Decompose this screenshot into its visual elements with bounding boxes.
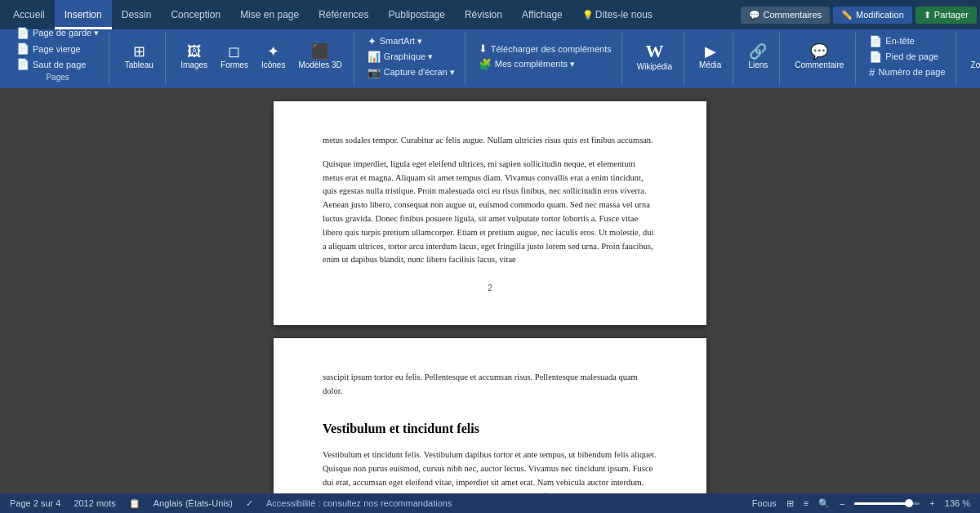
tab-publipostage[interactable]: Publipostage [379, 0, 455, 29]
wikipedia-icon: W [645, 42, 663, 60]
telecharger-complements-button[interactable]: ⬇ Télécharger des compléments [475, 42, 615, 56]
commentaire-button[interactable]: 💬 Commentaire [790, 41, 849, 73]
group-pages: 📄 Page de garde ▾ 📄 Page vierge 📄 Saut d… [7, 33, 109, 85]
view-web-icon[interactable]: 🔍 [818, 498, 830, 509]
status-bar-left: Page 2 sur 4 2012 mots 📋 Anglais (États-… [10, 498, 452, 509]
wikipedia-button[interactable]: W Wikipédia [632, 39, 677, 74]
page-vierge-icon: 📄 [16, 42, 29, 55]
numero-page-button[interactable]: # Numéro de page [866, 65, 948, 79]
language-icon: 📋 [129, 498, 140, 509]
group-pages-label: Pages [46, 73, 69, 82]
images-button[interactable]: 🖼 Images [176, 41, 212, 73]
edit-icon: ✏️ [841, 10, 853, 20]
zoom-slider-thumb [905, 499, 913, 507]
page-2-para-2: Vestibulum et tincidunt felis. Vestibulu… [323, 448, 657, 493]
formes-button[interactable]: ◻ Formes [216, 41, 253, 73]
group-commentaire: 💬 Commentaire [783, 33, 856, 85]
group-media-inner: ▶ Média [694, 33, 726, 80]
numero-page-icon: # [869, 66, 875, 78]
saut-de-page-button[interactable]: 📄 Saut de page [13, 57, 102, 71]
graphique-icon: 📊 [368, 51, 381, 63]
comments-icon: 💬 [749, 10, 760, 20]
focus-button[interactable]: Focus [752, 498, 777, 508]
pied-de-page-button[interactable]: 📄 Pied de page [866, 50, 948, 64]
images-icon: 🖼 [187, 44, 202, 59]
page-2-para-1: suscipit ipsum tortor eu felis. Pellente… [323, 371, 657, 399]
words-indicator: 2012 mots [74, 498, 115, 508]
icones-button[interactable]: ✦ Icônes [256, 41, 290, 73]
smartart-stack: ✦ SmartArt ▾ 📊 Graphique ▾ 📷 Capture d'é… [364, 34, 458, 79]
group-tableau: ⊞ Tableau [113, 33, 166, 85]
view-reading-icon[interactable]: ≡ [804, 498, 808, 508]
complements-stack: ⬇ Télécharger des compléments 🧩 Mes comp… [475, 42, 615, 71]
group-smartart-inner: ✦ SmartArt ▾ 📊 Graphique ▾ 📷 Capture d'é… [364, 33, 458, 80]
group-complements: ⬇ Télécharger des compléments 🧩 Mes comp… [469, 33, 622, 85]
tab-dites-le-nous[interactable]: 💡 Dites-le nous [572, 0, 662, 29]
group-wikipedia: W Wikipédia [626, 33, 684, 85]
tab-references[interactable]: Références [309, 0, 378, 29]
group-entete-inner: 📄 En-tête 📄 Pied de page # Numéro de pag… [866, 33, 948, 80]
modification-button[interactable]: ✏️ Modification [833, 7, 912, 24]
group-entete: 📄 En-tête 📄 Pied de page # Numéro de pag… [859, 33, 956, 85]
comments-button[interactable]: 💬 Commentaires [741, 7, 831, 24]
group-images-inner: 🖼 Images ◻ Formes ✦ Icônes ⬛ Modèles 3D [176, 33, 347, 80]
page-indicator: Page 2 sur 4 [10, 498, 60, 508]
icones-icon: ✦ [267, 44, 279, 59]
share-button[interactable]: ⬆ Partager [915, 7, 977, 24]
zone-texte-button[interactable]: A Zone de texte [966, 41, 980, 73]
modeles-3d-button[interactable]: ⬛ Modèles 3D [293, 41, 346, 73]
tab-insertion[interactable]: Insertion [55, 0, 112, 29]
accessibility-icon: ✓ [246, 498, 253, 509]
zoom-level[interactable]: 136 % [945, 498, 970, 508]
entete-button[interactable]: 📄 En-tête [866, 34, 948, 48]
graphique-button[interactable]: 📊 Graphique ▾ [364, 50, 458, 64]
ribbon-actions: 💬 Commentaires ✏️ Modification ⬆ Partage… [741, 7, 977, 24]
liens-button[interactable]: 🔗 Liens [743, 41, 773, 73]
page-vierge-button[interactable]: 📄 Page vierge [13, 42, 102, 56]
group-texte: A Zone de texte A WordArt A Lettrine [960, 33, 980, 85]
view-normal-icon[interactable]: ⊞ [786, 498, 794, 509]
group-pages-inner: 📄 Page de garde ▾ 📄 Page vierge 📄 Saut d… [13, 26, 102, 71]
ribbon: Accueil Insertion Dessin Conception Mise… [0, 0, 980, 88]
page-1-content: metus sodales tempor. Curabitur ac felis… [323, 134, 657, 267]
tableau-icon: ⊞ [133, 44, 145, 59]
language-indicator: Anglais (États-Unis) [154, 498, 233, 508]
active-tab-indicator [55, 27, 112, 29]
zoom-slider[interactable] [854, 502, 920, 505]
zoom-in-icon[interactable]: + [929, 498, 934, 508]
group-tableau-inner: ⊞ Tableau [119, 33, 158, 80]
lightbulb-icon: 💡 [582, 10, 594, 20]
status-bar-right: Focus ⊞ ≡ 🔍 – + 136 % [752, 498, 970, 509]
group-complements-inner: ⬇ Télécharger des compléments 🧩 Mes comp… [475, 33, 615, 80]
mes-complements-button[interactable]: 🧩 Mes compléments ▾ [475, 57, 615, 71]
tab-mise-en-page[interactable]: Mise en page [230, 0, 309, 29]
saut-page-icon: 📄 [16, 58, 29, 70]
tab-accueil[interactable]: Accueil [3, 0, 55, 29]
zoom-slider-fill [854, 502, 910, 505]
tab-affichage[interactable]: Affichage [512, 0, 572, 29]
status-bar: Page 2 sur 4 2012 mots 📋 Anglais (États-… [0, 493, 980, 513]
page-1-para-1: metus sodales tempor. Curabitur ac felis… [323, 134, 657, 148]
zoom-control[interactable] [854, 502, 920, 505]
zoom-out-icon[interactable]: – [840, 498, 844, 508]
formes-icon: ◻ [228, 44, 240, 59]
media-button[interactable]: ▶ Média [694, 41, 726, 73]
modeles-3d-icon: ⬛ [311, 44, 329, 59]
download-icon: ⬇ [479, 42, 488, 55]
group-wikipedia-inner: W Wikipédia [632, 33, 677, 80]
tab-revision[interactable]: Révision [455, 0, 512, 29]
page-1: metus sodales tempor. Curabitur ac felis… [274, 101, 706, 325]
capture-button[interactable]: 📷 Capture d'écran ▾ [364, 65, 458, 79]
share-icon: ⬆ [924, 10, 931, 20]
page-1-para-2: Quisque imperdiet, ligula eget eleifend … [323, 158, 657, 267]
pied-page-icon: 📄 [869, 51, 882, 63]
tableau-button[interactable]: ⊞ Tableau [119, 41, 158, 73]
smartart-button[interactable]: ✦ SmartArt ▾ [364, 34, 458, 48]
accessibility-indicator[interactable]: Accessibilité : consultez nos recommanda… [266, 498, 452, 508]
ribbon-tools: 📄 Page de garde ▾ 📄 Page vierge 📄 Saut d… [0, 29, 980, 88]
tab-dessin[interactable]: Dessin [112, 0, 162, 29]
tab-conception[interactable]: Conception [161, 0, 230, 29]
page-2-content: suscipit ipsum tortor eu felis. Pellente… [323, 371, 657, 493]
mes-complements-icon: 🧩 [479, 58, 492, 70]
group-liens-inner: 🔗 Liens [743, 33, 773, 80]
